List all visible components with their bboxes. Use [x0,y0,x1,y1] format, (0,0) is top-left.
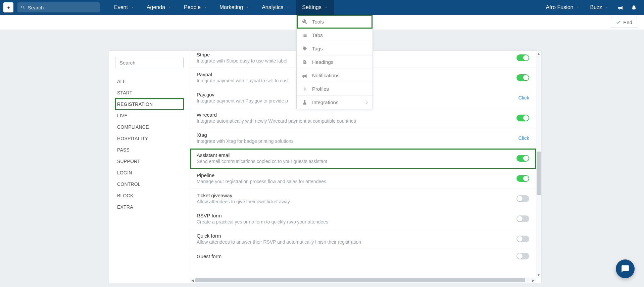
sidebar-item-all[interactable]: ALL [115,76,184,87]
bold-icon [302,59,307,65]
setting-title: Pipeline [197,172,510,178]
click-link[interactable]: Click [518,135,530,141]
nav-event[interactable]: Event [108,0,141,15]
chat-launcher[interactable] [616,259,635,278]
settings-row: RSVP formCreate a practical yes or no fo… [190,209,536,229]
chevron-down-icon [246,4,250,10]
dropdown-item-label: Tools [312,19,324,25]
toggle-switch[interactable] [516,155,529,162]
setting-title: RSVP form [197,213,510,218]
setting-description: Create a practical yes or no form to qui… [197,219,510,224]
check-icon [616,19,621,25]
sidebar-item-registration[interactable]: REGISTRATION [115,98,184,110]
chevron-down-icon [131,4,135,10]
sidebar-item-live[interactable]: LIVE [115,110,184,121]
end-button-label: End [623,19,632,25]
vertical-scrollbar[interactable]: ▲ ▼ [536,51,541,278]
scroll-up-icon[interactable]: ▲ [536,51,541,56]
settings-row: Assistant emailSend email communications… [190,149,536,169]
scroll-left-icon[interactable]: ◀ [190,278,195,283]
setting-description: Integrate automatically with newly Wirec… [197,118,510,124]
horizontal-scrollbar[interactable]: ◀ ▶ [190,278,536,283]
chevron-right-icon: › [366,99,368,106]
toggle-switch[interactable] [516,215,529,222]
sidebar-items: ALLSTARTREGISTRATIONLIVECOMPLIANCEHOSPIT… [115,76,184,213]
dropdown-item-tags[interactable]: Tags [297,42,373,55]
dropdown-item-label: Tags [312,46,323,51]
global-search-input[interactable] [28,5,96,10]
search-icon [21,5,25,10]
bell-icon [631,4,637,10]
setting-title: Guest form [197,253,510,259]
click-link[interactable]: Click [518,95,530,100]
toggle-switch[interactable] [516,54,529,61]
announcement-button[interactable] [614,0,627,15]
sidebar-item-login[interactable]: LOGIN [115,167,184,178]
setting-title: Wirecard [197,112,510,118]
scroll-thumb[interactable] [537,152,541,195]
sidebar-item-control[interactable]: CONTROL [115,178,184,190]
sidebar-item-support[interactable]: SUPPORT [115,156,184,167]
scroll-right-icon[interactable]: ▶ [531,278,536,283]
setting-description: Integrate with Xtag for badge printing s… [197,138,512,144]
dropdown-item-headings[interactable]: Headings [297,55,373,69]
snowflake-icon [302,86,307,92]
toggle-switch[interactable] [516,74,529,81]
setting-title: Xtag [197,132,512,138]
nav-people[interactable]: People [178,0,213,15]
notifications-button[interactable] [627,0,641,15]
nav-marketing[interactable]: Marketing [213,0,256,15]
chevron-down-icon [168,4,172,10]
settings-dropdown: ToolsTabsTagsHeadingsNotificationsProfil… [296,15,373,109]
sidebar-item-extra[interactable]: EXTRA [115,201,184,213]
sidebar-item-compliance[interactable]: COMPLIANCE [115,121,184,133]
dropdown-item-label: Tabs [312,32,323,38]
chat-icon [621,264,630,273]
dropdown-item-tools[interactable]: Tools [297,15,373,29]
nav-items: Event Agenda People Marketing Analytics … [108,0,334,15]
dropdown-item-label: Integrations [312,99,338,105]
nav-account[interactable]: Afro Fusion [541,0,585,15]
wrench-icon [302,19,307,25]
toggle-switch[interactable] [516,236,529,242]
setting-description: Allow attendees to give their own ticket… [197,199,510,204]
dropdown-item-integrations[interactable]: Integrations› [297,96,373,109]
scroll-down-icon[interactable]: ▼ [536,272,541,278]
chevron-down-icon [286,4,290,10]
toggle-switch[interactable] [516,253,529,259]
sidebar-item-block[interactable]: BLOCK [115,190,184,201]
dropdown-item-tabs[interactable]: Tabs [297,29,373,42]
dropdown-item-label: Notifications [312,73,340,78]
global-search[interactable] [17,2,100,12]
setting-description: Send email communications copied cc to y… [197,159,510,164]
sidebar-item-hospitality[interactable]: HOSPITALITY [115,133,184,144]
setting-description: Allow attendees to answer their RSVP and… [197,239,510,245]
settings-row: PipelineManage your registration process… [190,169,536,189]
end-button[interactable]: End [611,17,637,28]
settings-row: WirecardIntegrate automatically with new… [190,108,536,128]
sidebar-search-input[interactable] [115,57,184,68]
toggle-switch[interactable] [516,175,529,182]
settings-row: Ticket giveawayAllow attendees to give t… [190,189,536,209]
nav-agenda[interactable]: Agenda [141,0,178,15]
bullhorn-icon [302,73,307,78]
app-logo: ◆ [3,2,13,12]
nav-settings[interactable]: Settings [296,0,334,15]
toggle-switch[interactable] [516,195,529,202]
nav-analytics[interactable]: Analytics [256,0,296,15]
nav-right: Afro Fusion Buzz [541,0,641,15]
top-nav: ◆ Event Agenda People Marketing Analytic… [0,0,644,15]
toggle-switch[interactable] [516,115,529,121]
setting-title: Assistant email [197,152,510,158]
scroll-thumb-h[interactable] [195,278,525,282]
sidebar-item-pass[interactable]: PASS [115,144,184,156]
setting-title: Quick form [197,233,510,239]
bullhorn-icon [617,4,624,10]
sidebar-item-start[interactable]: START [115,87,184,98]
dropdown-item-profiles[interactable]: Profiles [297,82,373,96]
nav-workspace[interactable]: Buzz [585,0,614,15]
setting-title: Ticket giveaway [197,193,510,198]
dropdown-item-notifications[interactable]: Notifications [297,69,373,82]
chevron-down-icon [576,4,580,10]
tag-icon [302,46,307,51]
